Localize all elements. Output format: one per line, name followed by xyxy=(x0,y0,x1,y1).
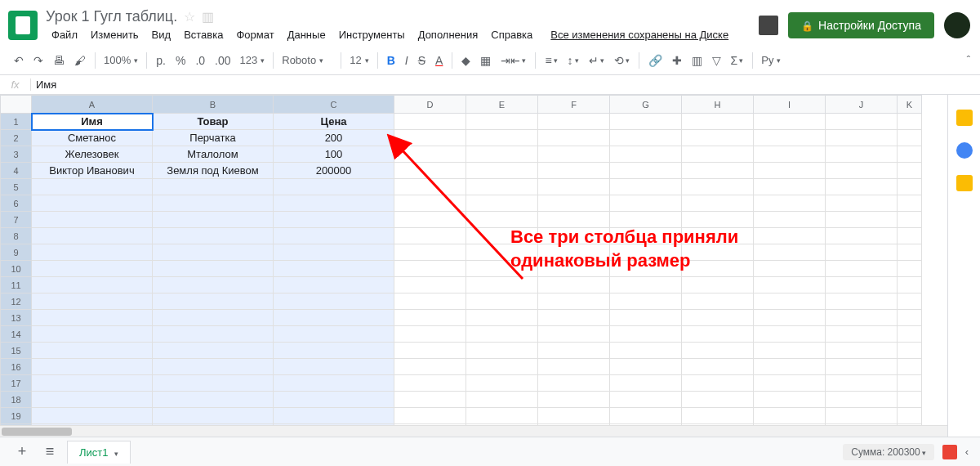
strikethrough-button[interactable]: S xyxy=(414,51,430,70)
row-header[interactable]: 9 xyxy=(1,244,32,261)
row-header[interactable]: 17 xyxy=(1,375,32,392)
cell[interactable]: Сметанос xyxy=(32,130,153,146)
number-format-dropdown[interactable]: 123 xyxy=(237,52,269,68)
row-header[interactable]: 6 xyxy=(1,195,32,212)
wrap-button[interactable]: ↵ xyxy=(585,51,608,70)
decrease-decimal-button[interactable]: .0 xyxy=(191,51,209,70)
text-color-button[interactable]: A xyxy=(431,51,447,70)
select-all-corner[interactable] xyxy=(1,96,32,114)
sheet-tab[interactable]: Лист1 xyxy=(67,441,131,464)
menu-format[interactable]: Формат xyxy=(230,27,279,43)
input-lang-dropdown[interactable]: Ру xyxy=(758,52,784,68)
functions-button[interactable]: Σ xyxy=(727,51,748,70)
bold-button[interactable]: B xyxy=(383,51,399,70)
fill-color-button[interactable]: ◆ xyxy=(457,51,474,70)
menu-file[interactable]: Файл xyxy=(46,27,83,43)
menu-view[interactable]: Вид xyxy=(146,27,177,43)
row-header[interactable]: 4 xyxy=(1,163,32,179)
row-header[interactable]: 10 xyxy=(1,261,32,277)
cell[interactable]: 100 xyxy=(274,146,394,163)
cell[interactable]: Земля под Киевом xyxy=(153,163,274,179)
col-header-i[interactable]: I xyxy=(754,96,826,114)
align-h-button[interactable]: ≡ xyxy=(541,51,561,70)
rotate-button[interactable]: ⟲ xyxy=(610,51,634,70)
document-title[interactable]: Урок 1 Гугл таблиц. xyxy=(46,8,177,25)
col-header-f[interactable]: F xyxy=(538,96,610,114)
paint-format-icon[interactable]: 🖌 xyxy=(70,51,90,70)
filter-button[interactable]: ▽ xyxy=(708,51,725,70)
avatar[interactable] xyxy=(944,12,970,38)
horizontal-scrollbar[interactable] xyxy=(0,425,947,437)
row-header[interactable]: 7 xyxy=(1,212,32,228)
italic-button[interactable]: I xyxy=(401,51,412,70)
menu-insert[interactable]: Вставка xyxy=(178,27,229,43)
cell[interactable]: Мталолом xyxy=(153,146,274,163)
borders-button[interactable]: ▦ xyxy=(476,51,495,70)
chevron-left-icon[interactable]: ‹ xyxy=(965,446,969,458)
font-dropdown[interactable]: Roboto xyxy=(278,52,336,68)
spreadsheet-grid[interactable]: A B C D E F G H I J K 1 Имя Товар Цена 2 xyxy=(0,95,922,437)
cell[interactable]: 200000 xyxy=(274,163,394,179)
row-header[interactable]: 18 xyxy=(1,392,32,408)
row-header[interactable]: 5 xyxy=(1,179,32,195)
zoom-dropdown[interactable]: 100% xyxy=(100,52,141,68)
menu-edit[interactable]: Изменить xyxy=(85,27,145,43)
sum-display[interactable]: Сумма: 200300 xyxy=(843,444,933,460)
redo-icon[interactable]: ↷ xyxy=(29,51,47,70)
cell[interactable]: Виктор Иванович xyxy=(32,163,153,179)
row-header[interactable]: 16 xyxy=(1,359,32,375)
merge-button[interactable]: ⇥⇤ xyxy=(497,51,530,70)
print-icon[interactable]: 🖶 xyxy=(49,51,69,70)
sheets-logo[interactable] xyxy=(8,11,38,40)
col-header-a[interactable]: A xyxy=(32,96,153,114)
formula-input[interactable]: Имя xyxy=(31,77,980,92)
row-header[interactable]: 12 xyxy=(1,293,32,310)
col-header-c[interactable]: C xyxy=(274,96,394,114)
add-sheet-button[interactable]: + xyxy=(11,441,33,463)
currency-button[interactable]: р. xyxy=(152,51,170,70)
col-header-k[interactable]: K xyxy=(898,96,922,114)
cell[interactable]: Перчатка xyxy=(153,130,274,146)
comment-button[interactable]: ✚ xyxy=(668,51,686,70)
collapse-toolbar-icon[interactable]: ˆ xyxy=(967,54,970,66)
row-header[interactable]: 13 xyxy=(1,310,32,326)
undo-icon[interactable]: ↶ xyxy=(10,51,28,70)
row-header[interactable]: 2 xyxy=(1,130,32,146)
increase-decimal-button[interactable]: .00 xyxy=(211,51,234,70)
col-header-b[interactable]: B xyxy=(153,96,274,114)
font-size-dropdown[interactable]: 12 xyxy=(346,52,372,68)
share-button[interactable]: Настройки Доступа xyxy=(788,12,934,38)
cell[interactable]: Товар xyxy=(153,114,274,130)
menu-tools[interactable]: Инструменты xyxy=(333,27,411,43)
menu-help[interactable]: Справка xyxy=(485,27,538,43)
col-header-e[interactable]: E xyxy=(466,96,538,114)
keep-icon[interactable] xyxy=(956,142,973,159)
cell[interactable]: 200 xyxy=(274,130,394,146)
col-header-h[interactable]: H xyxy=(682,96,754,114)
row-header[interactable]: 1 xyxy=(1,114,32,130)
menu-addons[interactable]: Дополнения xyxy=(412,27,484,43)
cell[interactable]: Цена xyxy=(274,114,394,130)
menu-data[interactable]: Данные xyxy=(282,27,332,43)
col-header-d[interactable]: D xyxy=(394,96,466,114)
saved-status[interactable]: Все изменения сохранены на Диске xyxy=(545,27,734,43)
folder-icon[interactable]: ▥ xyxy=(202,9,214,25)
link-button[interactable]: 🔗 xyxy=(644,51,666,70)
col-header-j[interactable]: J xyxy=(826,96,898,114)
col-header-g[interactable]: G xyxy=(610,96,682,114)
cell[interactable]: Железовек xyxy=(32,146,153,163)
comments-icon[interactable] xyxy=(759,16,778,35)
row-header[interactable]: 19 xyxy=(1,408,32,424)
calendar-icon[interactable] xyxy=(956,110,973,126)
star-icon[interactable]: ☆ xyxy=(184,9,195,25)
explore-button[interactable] xyxy=(942,445,957,459)
percent-button[interactable]: % xyxy=(172,51,189,70)
cell[interactable]: Имя xyxy=(32,114,153,130)
align-v-button[interactable]: ↕ xyxy=(564,51,583,70)
tasks-icon[interactable] xyxy=(956,175,973,191)
row-header[interactable]: 11 xyxy=(1,277,32,293)
row-header[interactable]: 14 xyxy=(1,326,32,343)
chart-button[interactable]: ▥ xyxy=(688,51,706,70)
row-header[interactable]: 15 xyxy=(1,343,32,359)
all-sheets-button[interactable]: ≡ xyxy=(39,441,60,463)
